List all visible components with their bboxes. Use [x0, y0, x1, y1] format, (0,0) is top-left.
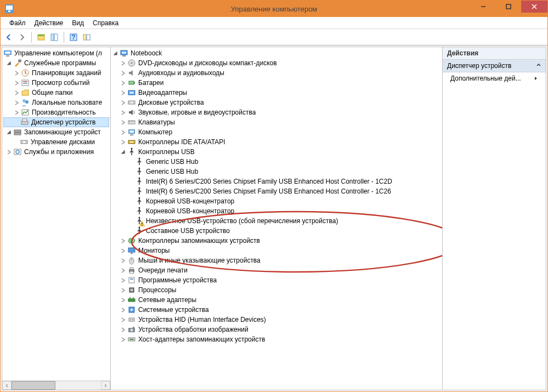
tree-root-computer-management[interactable]: Управление компьютером (л: [3, 48, 109, 58]
expand-icon[interactable]: [120, 109, 126, 116]
expand-icon[interactable]: [5, 149, 12, 155]
expand-icon[interactable]: [120, 267, 126, 274]
usb-device[interactable]: Intel(R) 6 Series/C200 Series Chipset Fa…: [112, 177, 441, 186]
category-sound[interactable]: Звуковые, игровые и видеоустройства: [112, 107, 441, 117]
expand-icon[interactable]: [120, 119, 126, 126]
category-mouse[interactable]: Мыши и иные указывающие устройства: [112, 255, 441, 265]
tree-device-manager[interactable]: Диспетчер устройств: [3, 117, 109, 127]
usb-device[interactable]: Неизвестное USB-устройство (сбой перечис…: [112, 216, 441, 226]
device-tree[interactable]: Noteboock DVD-дисководы и дисководы комп…: [112, 48, 441, 355]
refresh-view-button[interactable]: [81, 31, 93, 43]
minimize-button[interactable]: [471, 1, 496, 13]
expand-icon[interactable]: [13, 99, 20, 106]
device-root[interactable]: Noteboock: [112, 48, 441, 58]
expand-icon[interactable]: [120, 247, 126, 254]
category-monitor[interactable]: Мониторы: [112, 246, 441, 255]
category-cpu[interactable]: Процессоры: [112, 285, 441, 295]
usb-device[interactable]: Generic USB Hub: [112, 167, 441, 177]
properties-button[interactable]: [48, 31, 60, 43]
collapse-icon[interactable]: [120, 149, 126, 155]
expand-icon[interactable]: [13, 109, 20, 116]
category-imaging[interactable]: Устройства обработки изображений: [112, 325, 441, 334]
expand-icon[interactable]: [120, 287, 126, 293]
menu-view[interactable]: Вид: [67, 18, 88, 28]
close-button[interactable]: [521, 1, 547, 13]
tree-system-tools[interactable]: Служебные программы: [3, 58, 109, 68]
usb-device[interactable]: Generic USB Hub: [112, 157, 441, 167]
actions-more[interactable]: Дополнительные дей...: [443, 72, 546, 84]
category-dvd[interactable]: DVD-дисководы и дисководы компакт-дисков: [112, 58, 441, 68]
category-storagectrl[interactable]: Контроллеры запоминающих устройств: [112, 236, 441, 246]
expand-icon[interactable]: [120, 237, 126, 244]
show-hide-tree-button[interactable]: [35, 31, 47, 43]
category-audio[interactable]: Аудиовходы и аудиовыходы: [112, 68, 441, 78]
tree-task-scheduler[interactable]: Планировщик заданий: [3, 68, 109, 78]
category-computer[interactable]: Компьютер: [112, 127, 441, 137]
actions-section[interactable]: Диспетчер устройств: [443, 60, 546, 72]
expand-icon[interactable]: [120, 316, 126, 323]
forward-button[interactable]: [16, 31, 28, 43]
expand-icon[interactable]: [120, 306, 126, 313]
tree-local-users[interactable]: Локальные пользовате: [3, 98, 109, 107]
category-battery[interactable]: Батареи: [112, 78, 441, 88]
device-manager-icon: [20, 118, 29, 127]
usb-device[interactable]: Составное USB устройство: [112, 226, 441, 236]
scroll-left-button[interactable]: [2, 381, 12, 390]
category-hid[interactable]: Устройства HID (Human Interface Devices): [112, 315, 441, 325]
back-button[interactable]: [3, 31, 15, 43]
scroll-right-button[interactable]: [101, 381, 110, 390]
expand-icon[interactable]: [120, 89, 126, 96]
expand-icon[interactable]: [120, 70, 126, 76]
category-hostadapter[interactable]: Хост-адаптеры запоминающих устройств: [112, 334, 441, 344]
menu-action[interactable]: Действие: [30, 18, 68, 28]
expand-icon[interactable]: [120, 257, 126, 264]
usb-device[interactable]: Корневой USB-концентратор: [112, 196, 441, 206]
svg-rect-13: [83, 35, 86, 40]
tree-storage[interactable]: Запоминающие устройст: [3, 127, 109, 137]
category-usb[interactable]: Контроллеры USB: [112, 147, 441, 157]
expand-icon[interactable]: [120, 277, 126, 283]
tree-services-apps[interactable]: Службы и приложения: [3, 147, 109, 157]
category-print[interactable]: Очереди печати: [112, 265, 441, 275]
tree-performance[interactable]: Производительность: [3, 107, 109, 117]
expand-icon[interactable]: [13, 89, 20, 96]
usb-device[interactable]: Intel(R) 6 Series/C200 Series Chipset Fa…: [112, 186, 441, 196]
category-net[interactable]: Сетевые адаптеры: [112, 295, 441, 305]
usb-device[interactable]: Корневой USB-концентратор: [112, 206, 441, 216]
collapse-icon[interactable]: [5, 60, 12, 66]
category-keyboard[interactable]: Клавиатуры: [112, 117, 441, 127]
collapse-icon[interactable]: [5, 129, 12, 135]
workspace: Управление компьютером (л Служебные прог…: [2, 47, 546, 390]
maximize-button[interactable]: [496, 1, 521, 13]
menu-file[interactable]: Файл: [5, 18, 30, 28]
category-software[interactable]: Программные устройства: [112, 275, 441, 285]
scroll-thumb[interactable]: [12, 381, 55, 390]
expand-icon[interactable]: [120, 99, 126, 106]
category-ide[interactable]: Контроллеры IDE ATA/ATAPI: [112, 137, 441, 147]
tree-disk-management[interactable]: Управление дисками: [3, 137, 109, 147]
scope-tree[interactable]: Управление компьютером (л Служебные прог…: [3, 48, 109, 157]
expand-icon[interactable]: [120, 129, 126, 135]
help-button[interactable]: ?: [67, 31, 80, 43]
left-scrollbar[interactable]: [2, 380, 110, 390]
tree-label: Generic USB Hub: [146, 168, 198, 175]
expand-icon[interactable]: [120, 297, 126, 303]
expand-icon[interactable]: [120, 326, 126, 333]
category-sys[interactable]: Системные устройства: [112, 305, 441, 315]
menu-help[interactable]: Справка: [88, 18, 123, 28]
category-video[interactable]: Видеоадаптеры: [112, 88, 441, 98]
tree-shared-folders[interactable]: Общие папки: [3, 88, 109, 98]
tree-event-viewer[interactable]: Просмотр событий: [3, 78, 109, 88]
expand-icon[interactable]: [120, 79, 126, 86]
svg-rect-17: [6, 55, 9, 56]
expand-icon[interactable]: [120, 60, 126, 66]
expand-icon[interactable]: [120, 336, 126, 343]
keyboard-icon: [127, 118, 136, 127]
collapse-icon[interactable]: [112, 50, 118, 56]
category-disk[interactable]: Дисковые устройства: [112, 98, 441, 107]
collapse-section-icon[interactable]: [536, 62, 541, 70]
expand-icon[interactable]: [13, 70, 20, 76]
expand-icon[interactable]: [13, 79, 20, 86]
expand-icon[interactable]: [120, 139, 126, 145]
computer-management-icon: [3, 49, 12, 58]
